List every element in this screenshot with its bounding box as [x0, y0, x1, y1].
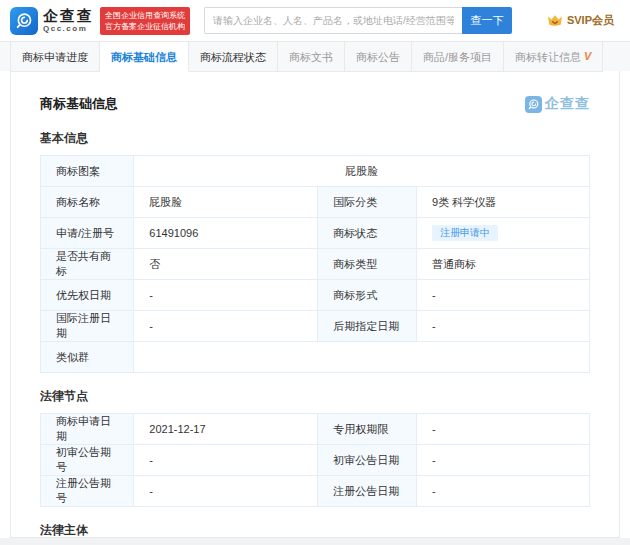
field-value: - — [417, 414, 590, 445]
field-value: - — [417, 445, 590, 476]
certification-line2: 官方备案企业征信机构 — [105, 21, 185, 32]
field-value: - — [417, 476, 590, 507]
field-value: 2021-12-17 — [134, 414, 318, 445]
table-row: 类似群 — [41, 342, 590, 373]
field-label: 商标申请日期 — [41, 414, 134, 445]
brand-name: 企查查 — [43, 8, 94, 23]
trademark-info-card: 商标基础信息 企查查 基本信息 商标图案 屁股脸 商标名称 屁股脸 国际分类 9… — [10, 71, 620, 538]
tab-trademark-application-progress[interactable]: 商标申请进度 — [10, 42, 100, 72]
top-bar: 企查查 Qcc.com 全国企业信用查询系统 官方备案企业征信机构 查一下 SV… — [0, 0, 630, 41]
field-value: - — [417, 280, 590, 311]
table-row: 注册公告期号 - 注册公告日期 - — [41, 476, 590, 507]
trademark-image-value: 屁股脸 — [134, 156, 590, 187]
page-title: 商标基础信息 — [40, 95, 118, 113]
field-label: 优先权日期 — [41, 280, 134, 311]
field-value: - — [134, 311, 318, 342]
field-label: 商标图案 — [41, 156, 134, 187]
tab-trademark-transfer-info[interactable]: 商标转让信息 V — [504, 42, 603, 72]
field-label: 国际注册日期 — [41, 311, 134, 342]
search-area: 查一下 — [204, 7, 512, 34]
table-row: 商标图案 屁股脸 — [41, 156, 590, 187]
table-row: 是否共有商标 否 商标类型 普通商标 — [41, 249, 590, 280]
field-value: - — [417, 311, 590, 342]
tab-trademark-basic-info[interactable]: 商标基础信息 — [100, 42, 189, 72]
qcc-logo-icon — [10, 7, 38, 35]
section-title-basic-info: 基本信息 — [40, 130, 590, 147]
brand-domain: Qcc.com — [43, 25, 94, 33]
crown-icon — [547, 14, 563, 27]
tab-trademark-documents[interactable]: 商标文书 — [278, 42, 345, 72]
tab-trademark-process-status[interactable]: 商标流程状态 — [189, 42, 278, 72]
certification-line1: 全国企业信用查询系统 — [105, 10, 185, 21]
field-value: - — [134, 280, 318, 311]
table-row: 商标名称 屁股脸 国际分类 9类 科学仪器 — [41, 187, 590, 218]
page-bottom-strip — [0, 538, 630, 545]
field-value: - — [134, 445, 318, 476]
field-label: 后期指定日期 — [318, 311, 417, 342]
field-label: 国际分类 — [318, 187, 417, 218]
field-label: 申请/注册号 — [41, 218, 134, 249]
qcc-logo[interactable]: 企查查 Qcc.com — [10, 7, 94, 35]
field-label: 商标形式 — [318, 280, 417, 311]
field-label: 注册公告期号 — [41, 476, 134, 507]
field-label: 商标类型 — [318, 249, 417, 280]
field-value: 注册申请中 — [417, 218, 590, 249]
basic-info-table: 商标图案 屁股脸 商标名称 屁股脸 国际分类 9类 科学仪器 申请/注册号 61… — [40, 155, 590, 373]
field-label: 类似群 — [41, 342, 134, 373]
tab-trademark-announcements[interactable]: 商标公告 — [345, 42, 412, 72]
field-value: - — [134, 476, 318, 507]
field-label: 注册公告日期 — [318, 476, 417, 507]
status-badge: 注册申请中 — [432, 225, 498, 241]
qcc-watermark: 企查查 — [525, 95, 590, 113]
legal-nodes-table: 商标申请日期 2021-12-17 专用权期限 - 初审公告期号 - 初审公告日… — [40, 413, 590, 507]
field-value: 屁股脸 — [134, 187, 318, 218]
field-value: 普通商标 — [417, 249, 590, 280]
field-label: 专用权期限 — [318, 414, 417, 445]
field-value: 9类 科学仪器 — [417, 187, 590, 218]
search-button[interactable]: 查一下 — [462, 7, 512, 34]
qcc-watermark-icon — [525, 96, 542, 113]
vip-v-icon: V — [584, 51, 591, 62]
search-input[interactable] — [204, 7, 462, 34]
tab-goods-services-items[interactable]: 商品/服务项目 — [412, 42, 504, 72]
tab-bar: 商标申请进度 商标基础信息 商标流程状态 商标文书 商标公告 商品/服务项目 商… — [0, 41, 630, 71]
section-title-legal-nodes: 法律节点 — [40, 388, 590, 405]
table-row: 申请/注册号 61491096 商标状态 注册申请中 — [41, 218, 590, 249]
table-row: 国际注册日期 - 后期指定日期 - — [41, 311, 590, 342]
field-value — [134, 342, 590, 373]
field-label: 初审公告日期 — [318, 445, 417, 476]
table-row: 优先权日期 - 商标形式 - — [41, 280, 590, 311]
tab-trademark-transfer-info-label: 商标转让信息 — [515, 43, 581, 71]
svip-label: SVIP会员 — [567, 13, 614, 28]
field-label: 是否共有商标 — [41, 249, 134, 280]
field-label: 初审公告期号 — [41, 445, 134, 476]
field-value: 61491096 — [134, 218, 318, 249]
table-row: 商标申请日期 2021-12-17 专用权期限 - — [41, 414, 590, 445]
field-value: 否 — [134, 249, 318, 280]
svip-member-link[interactable]: SVIP会员 — [547, 13, 614, 28]
certification-badge: 全国企业信用查询系统 官方备案企业征信机构 — [100, 7, 190, 35]
qcc-watermark-text: 企查查 — [545, 95, 590, 113]
field-label: 商标状态 — [318, 218, 417, 249]
field-label: 商标名称 — [41, 187, 134, 218]
section-title-legal-subject: 法律主体 — [40, 522, 590, 538]
table-row: 初审公告期号 - 初审公告日期 - — [41, 445, 590, 476]
